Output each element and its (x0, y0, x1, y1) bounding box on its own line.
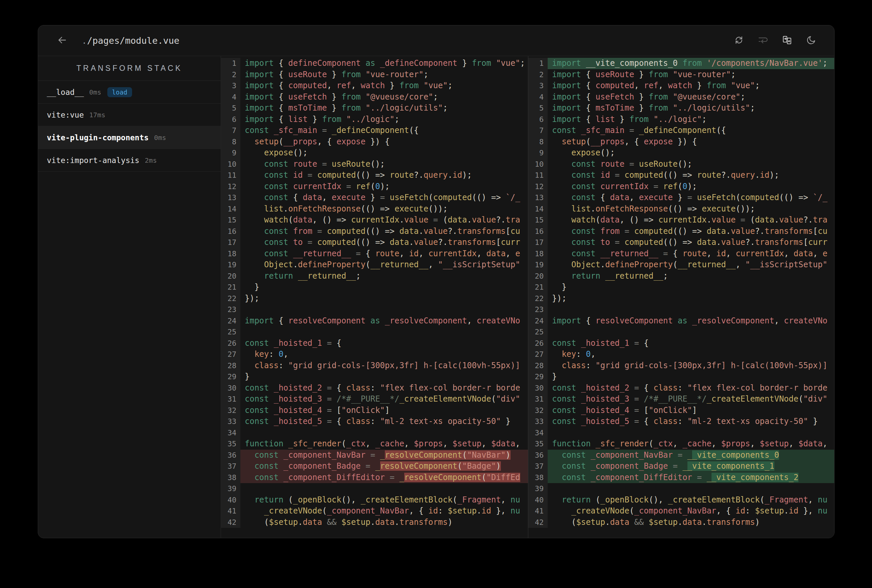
code-line: 25 (221, 326, 528, 338)
code-line: 9 expose(); (221, 147, 528, 159)
code-line: 6import { list } from "../logic"; (221, 114, 528, 125)
line-code: const _hoisted_5 = { class: "ml-2 text-x… (241, 416, 528, 427)
transform-stack-item[interactable]: __load__0msload (38, 81, 221, 104)
line-code (241, 427, 528, 439)
transform-stack-item[interactable]: vite:vue17ms (38, 104, 221, 126)
line-number: 2 (528, 69, 548, 81)
line-code: const to = computed(() => data.value?.tr… (241, 237, 528, 248)
transform-stack-item[interactable]: vite-plugin-components0ms (38, 126, 221, 149)
plugin-time: 17ms (89, 111, 105, 119)
code-line: 8 setup(__props, { expose }) { (528, 136, 834, 148)
line-code: const to = computed(() => data.value?.tr… (548, 237, 834, 248)
code-line: 27 key: 0, (221, 349, 528, 360)
line-number: 2 (221, 69, 241, 81)
back-button[interactable] (56, 34, 69, 48)
plugin-name: vite-plugin-components (47, 133, 149, 142)
line-code: } (241, 282, 528, 293)
code-line: 7const _sfc_main = _defineComponent({ (528, 125, 834, 136)
line-number: 4 (221, 92, 241, 103)
refresh-icon (734, 35, 744, 47)
line-number: 17 (221, 237, 241, 248)
code-line: 32const _hoisted_4 = ["onClick"] (221, 405, 528, 416)
line-code: const _hoisted_3 = /*#__PURE__*/_createE… (241, 393, 528, 405)
plugin-name: vite:vue (47, 111, 84, 119)
line-number: 8 (528, 136, 548, 148)
line-number: 12 (528, 181, 548, 192)
code-line: 1import __vite_components_0 from '/compo… (528, 58, 834, 69)
code-line: 17 const to = computed(() => data.value?… (221, 237, 528, 248)
refresh-button[interactable] (733, 35, 744, 46)
code-line: 8 setup(__props, { expose }) { (221, 136, 528, 148)
plugin-time: 0ms (89, 88, 101, 96)
code-panel-after[interactable]: 1import __vite_components_0 from '/compo… (528, 56, 834, 538)
line-code: ($setup.data && $setup.data.transforms) (241, 517, 528, 528)
line-code: const __returned__ = { route, id, curren… (548, 248, 834, 260)
line-number: 26 (221, 338, 241, 349)
line-number: 16 (528, 226, 548, 237)
line-code: _createVNode(_component_NavBar, { id: $s… (241, 506, 528, 517)
module-path-rest: /pages/module.vue (87, 35, 179, 46)
line-number: 13 (528, 192, 548, 204)
line-code: const _hoisted_5 = { class: "ml-2 text-x… (548, 416, 834, 427)
line-number: 20 (528, 271, 548, 282)
main-content: TRANSFORM STACK __load__0msloadvite:vue1… (38, 56, 834, 538)
code-line: 16 const from = computed(() => data.valu… (528, 226, 834, 237)
line-number: 39 (528, 483, 548, 495)
line-number: 16 (221, 226, 241, 237)
line-number: 37 (528, 461, 548, 472)
theme-toggle-button[interactable] (806, 35, 817, 46)
line-code: }); (548, 293, 834, 304)
code-line: 37 const _component_Badge = __vite_compo… (528, 461, 834, 472)
line-code: const _sfc_main = _defineComponent({ (241, 125, 528, 136)
code-line: 10 const route = useRoute(); (221, 159, 528, 170)
line-number: 27 (528, 349, 548, 360)
transform-stack-item[interactable]: vite:import-analysis2ms (38, 149, 221, 172)
line-number: 38 (528, 472, 548, 483)
code-line: 33const _hoisted_5 = { class: "ml-2 text… (528, 416, 834, 427)
top-bar: ./pages/module.vue (38, 26, 834, 56)
line-code: key: 0, (548, 349, 834, 360)
code-line: 13 const { data, execute } = useFetch(co… (221, 192, 528, 204)
line-code: import { resolveComponent as _resolveCom… (548, 315, 834, 327)
side-by-side-diff-toggle-button[interactable] (782, 35, 793, 46)
line-code: import { list } from "../logic"; (241, 114, 528, 125)
code-panel-before[interactable]: 1import { defineComponent as _defineComp… (221, 56, 528, 538)
plugin-name: __load__ (47, 88, 84, 96)
line-number: 34 (528, 427, 548, 439)
code-line: 28 class: "grid grid-cols-[300px,3fr] h-… (528, 360, 834, 372)
line-code: import { useFetch } from "@vueuse/core"; (548, 92, 834, 103)
line-code: ($setup.data && $setup.data.transforms) (548, 517, 834, 528)
code-line: 34 (221, 427, 528, 439)
line-number: 21 (221, 282, 241, 293)
line-number: 29 (221, 371, 241, 382)
code-line: 12 const currentIdx = ref(0); (528, 181, 834, 192)
code-line: 19 Object.defineProperty(__returned__, "… (221, 259, 528, 271)
code-line: 5import { msToTime } from "../logic/util… (528, 103, 834, 114)
code-line: 3import { computed, ref, watch } from "v… (528, 80, 834, 92)
line-mapping-icon (758, 35, 768, 47)
code-line: 33const _hoisted_5 = { class: "ml-2 text… (221, 416, 528, 427)
code-line: 5import { msToTime } from "../logic/util… (221, 103, 528, 114)
line-number: 26 (528, 338, 548, 349)
code-line: 35function _sfc_render(_ctx, _cache, $pr… (528, 438, 834, 450)
line-code: _createVNode(_component_NavBar, { id: $s… (548, 506, 834, 517)
line-number: 17 (528, 237, 548, 248)
line-code: Object.defineProperty(__returned__, "__i… (241, 259, 528, 271)
code-line: 21 } (221, 282, 528, 293)
line-number: 15 (221, 214, 241, 226)
code-line: 28 class: "grid grid-cols-[300px,3fr] h-… (221, 360, 528, 372)
line-mapping-toggle-button[interactable] (757, 35, 769, 46)
line-number: 41 (528, 506, 548, 517)
line-number: 19 (221, 259, 241, 271)
line-code: const _hoisted_2 = { class: "flex flex-c… (548, 382, 834, 394)
line-code: setup(__props, { expose }) { (241, 136, 528, 148)
line-number: 41 (221, 506, 241, 517)
line-code: const _sfc_main = _defineComponent({ (548, 125, 834, 136)
code-line: 38 const _component_DiffEditor = _resolv… (221, 472, 528, 483)
line-number: 22 (221, 293, 241, 304)
line-code: } (548, 371, 834, 382)
line-code: return __returned__; (548, 271, 834, 282)
code-line: 2import { useRoute } from "vue-router"; (221, 69, 528, 81)
line-code: import { useRoute } from "vue-router"; (548, 69, 834, 81)
code-line: 40 return (_openBlock(), _createElementB… (221, 495, 528, 506)
